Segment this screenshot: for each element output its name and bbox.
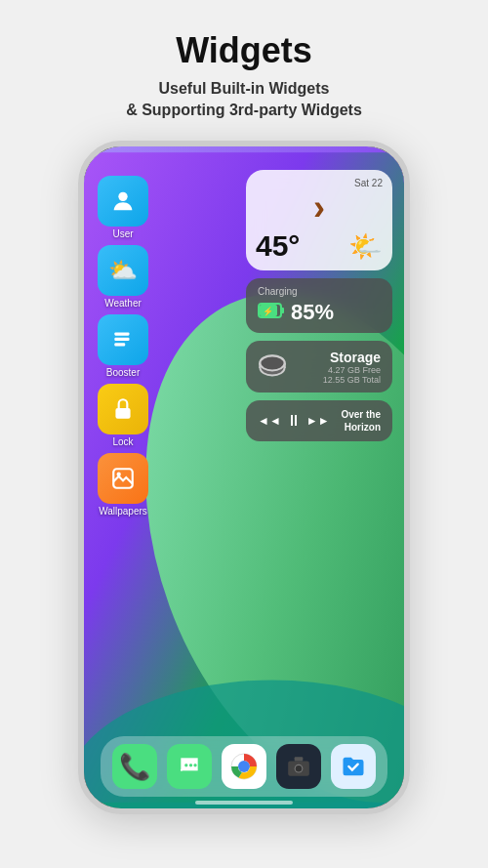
storage-widget[interactable]: Storage 4.27 GB Free 12.55 GB Total	[246, 341, 392, 393]
wallpapers-icon[interactable]	[98, 453, 148, 504]
user-label: User	[112, 228, 133, 239]
svg-point-9	[117, 473, 121, 476]
svg-text:⚡: ⚡	[263, 306, 274, 317]
battery-widget[interactable]: Charging ⚡ 85%	[246, 278, 392, 333]
weather-icon[interactable]: ⛅	[98, 245, 148, 296]
music-next-button[interactable]: ►►	[306, 414, 330, 428]
dock-messages-button[interactable]: ●●●	[167, 744, 212, 789]
phone-screen: User ⛅ Weather Booster	[84, 146, 404, 808]
svg-point-3	[118, 192, 127, 201]
weather-chevron: ›	[256, 190, 383, 226]
user-icon[interactable]	[98, 176, 148, 227]
battery-icon: ⚡	[258, 302, 285, 324]
battery-percent: 85%	[291, 300, 334, 325]
app-item-lock[interactable]: Lock	[98, 384, 148, 447]
music-controls[interactable]: ◄◄ ⏸ ►►	[258, 412, 330, 430]
svg-rect-11	[281, 308, 284, 313]
dock-camera-button[interactable]	[276, 744, 321, 789]
storage-total: 12.55 GB Total	[295, 375, 381, 385]
home-indicator	[195, 801, 293, 805]
music-pause-button[interactable]: ⏸	[286, 412, 302, 430]
booster-label: Booster	[106, 367, 140, 378]
page-subtitle: Useful Built-in Widgets & Supporting 3rd…	[126, 78, 362, 122]
svg-rect-6	[114, 344, 125, 347]
booster-icon[interactable]	[98, 314, 148, 365]
storage-text: Storage 4.27 GB Free 12.55 GB Total	[295, 350, 381, 385]
app-column: User ⛅ Weather Booster	[98, 176, 148, 517]
weather-temp: 45°	[256, 229, 300, 263]
phone-frame: User ⛅ Weather Booster	[78, 141, 410, 814]
svg-rect-4	[114, 338, 129, 341]
page-title: Widgets	[126, 31, 362, 70]
app-item-booster[interactable]: Booster	[98, 314, 148, 378]
storage-title: Storage	[295, 350, 381, 365]
music-title-line1: Over the	[336, 408, 381, 421]
wallpapers-label: Wallpapers	[99, 506, 147, 517]
header: Widgets Useful Built-in Widgets & Suppor…	[106, 0, 382, 141]
music-title-wrap: Over the Horizon	[336, 408, 381, 434]
music-widget[interactable]: ◄◄ ⏸ ►► Over the Horizon	[246, 400, 392, 441]
svg-rect-26	[295, 758, 304, 762]
dock: 📞 ●●●	[101, 736, 387, 797]
lock-icon[interactable]	[98, 384, 148, 434]
svg-text:●●●: ●●●	[184, 761, 198, 769]
weather-sun-icon: 🌤️	[348, 230, 383, 263]
widgets-area: Sat 22 › 45° 🌤️ Charging ⚡	[246, 170, 392, 441]
battery-label: Charging	[258, 286, 381, 297]
dock-files-button[interactable]	[331, 744, 376, 789]
svg-point-22	[240, 763, 248, 770]
dock-phone-button[interactable]: 📞	[112, 744, 157, 789]
weather-widget[interactable]: Sat 22 › 45° 🌤️	[246, 170, 392, 270]
svg-point-25	[296, 765, 303, 772]
weather-label: Weather	[104, 298, 142, 309]
app-item-user[interactable]: User	[98, 176, 148, 239]
music-title-line2: Horizon	[336, 421, 381, 434]
app-item-weather[interactable]: ⛅ Weather	[98, 245, 148, 309]
storage-free: 4.27 GB Free	[295, 365, 381, 375]
svg-point-18	[261, 356, 285, 371]
music-prev-button[interactable]: ◄◄	[258, 414, 281, 428]
svg-rect-5	[114, 333, 129, 336]
dock-chrome-button[interactable]	[222, 744, 266, 789]
lock-label: Lock	[112, 436, 133, 447]
app-item-wallpapers[interactable]: Wallpapers	[98, 453, 148, 517]
svg-rect-7	[115, 408, 130, 419]
storage-drive-icon	[258, 349, 287, 385]
